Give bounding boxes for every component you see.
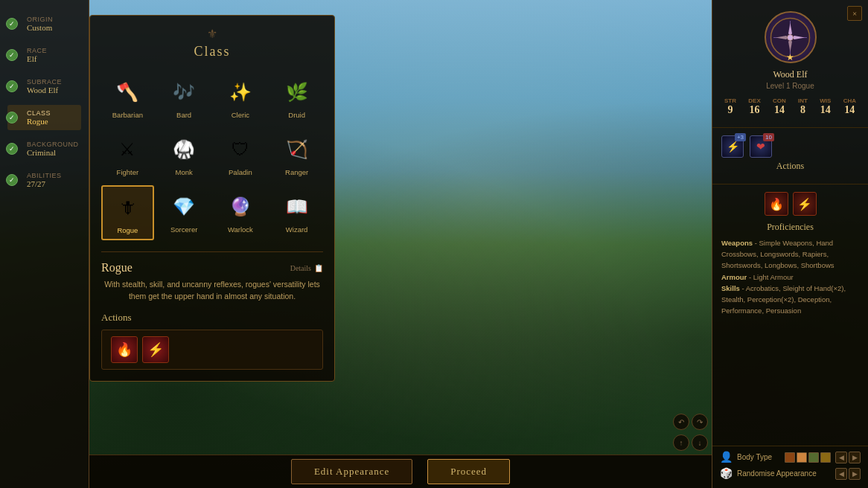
stat-str: STR 9 xyxy=(724,97,736,116)
stat-cha: CHA 14 xyxy=(843,97,856,116)
actions-section-title: Actions xyxy=(721,161,859,172)
sidebar-item-abilities[interactable]: ✓ Abilities 27/27 xyxy=(7,167,81,193)
details-link[interactable]: Details 📋 xyxy=(290,264,323,272)
camera-down-button[interactable]: ↓ xyxy=(692,434,708,451)
actions-badges-row: ⚡ +3 ❤ 10 xyxy=(721,135,859,158)
stat-wis: WIS 14 xyxy=(820,97,831,116)
stat-dex-value: 16 xyxy=(750,104,760,116)
stat-row: STR 9 DEX 16 CON 14 INT 8 WIS 14 CHA 14 xyxy=(721,97,859,116)
stat-dex-label: DEX xyxy=(748,97,760,104)
desc-title-row: Rogue Details 📋 xyxy=(101,261,323,274)
sidebar-value-abilities: 27/27 xyxy=(27,179,75,188)
right-bottom-controls: 👤 Body Type ◀ ▶ 🎲 Randomise Appearance ◀… xyxy=(712,446,868,488)
stat-int: INT 8 xyxy=(798,97,808,116)
sidebar-item-class[interactable]: ✓ Class Rogue xyxy=(7,105,81,130)
proficiency-icons-row: 🔥 ⚡ xyxy=(721,192,859,216)
randomise-next-button[interactable]: ▶ xyxy=(849,468,861,480)
sidebar-item-subrace[interactable]: ✓ Subrace Wood Elf xyxy=(7,74,81,99)
barbarian-label: Barbarian xyxy=(112,111,143,119)
class-item-paladin[interactable]: 🛡 Paladin xyxy=(214,128,267,182)
class-item-sorcerer[interactable]: 💎 Sorcerer xyxy=(158,185,211,240)
stat-dex: DEX 16 xyxy=(748,97,760,116)
action-badge-spell: ⚡ +3 xyxy=(721,135,744,158)
close-button[interactable]: × xyxy=(847,6,862,21)
edit-appearance-button[interactable]: Edit Appearance xyxy=(291,459,412,484)
class-item-ranger[interactable]: 🏹 Ranger xyxy=(270,128,323,182)
sidebar-item-race[interactable]: ✓ Race Elf xyxy=(7,42,81,68)
body-prev-button[interactable]: ◀ xyxy=(835,452,847,463)
check-icon-abilities: ✓ xyxy=(6,174,18,186)
stat-cha-label: CHA xyxy=(843,97,856,104)
selected-class-title: Rogue xyxy=(101,261,133,274)
class-item-wizard[interactable]: 📖 Wizard xyxy=(270,185,323,240)
class-item-cleric[interactable]: ✨ Cleric xyxy=(214,71,267,124)
weapons-label: Weapons xyxy=(721,239,753,247)
randomise-icon: 🎲 xyxy=(720,467,733,480)
fighter-icon: ⚔ xyxy=(111,133,144,166)
camera-rotate-left-button[interactable]: ↶ xyxy=(673,414,689,430)
actions-box: 🔥 ⚡ xyxy=(101,330,323,370)
skills-label: Skills xyxy=(721,284,740,292)
class-item-monk[interactable]: 🥋 Monk xyxy=(158,128,211,182)
wizard-icon: 📖 xyxy=(281,190,313,223)
prof-icon-2: ⚡ xyxy=(793,192,817,216)
skills-value: - Acrobatics, Sleight of Hand(×2), Steal… xyxy=(721,284,846,315)
randomise-prev-button[interactable]: ◀ xyxy=(835,468,847,480)
class-grid: 🪓 Barbarian 🎶 Bard ✨ Cleric 🌿 Druid ⚔ Fi… xyxy=(101,71,323,240)
character-portrait: ★ xyxy=(765,11,817,63)
paladin-label: Paladin xyxy=(229,168,252,176)
class-item-fighter[interactable]: ⚔ Fighter xyxy=(101,128,154,182)
class-item-rogue[interactable]: 🗡 Rogue xyxy=(101,185,154,240)
color-box-1[interactable] xyxy=(785,452,795,463)
class-item-warlock[interactable]: 🔮 Warlock xyxy=(214,185,267,240)
color-box-4[interactable] xyxy=(820,452,831,463)
stat-con-value: 14 xyxy=(774,104,785,116)
details-icon: 📋 xyxy=(314,264,323,272)
health-icon: ❤ 10 xyxy=(750,135,772,158)
character-summary: ★ Wood Elf Level 1 Rogue STR 9 DEX 16 CO… xyxy=(712,0,868,128)
sidebar-label-race: Race xyxy=(27,47,75,54)
action-icon-2: ⚡ xyxy=(142,336,169,363)
spell-count: +3 xyxy=(735,133,746,141)
body-next-button[interactable]: ▶ xyxy=(849,452,861,463)
proceed-button[interactable]: Proceed xyxy=(427,459,510,484)
color-box-2[interactable] xyxy=(797,452,807,463)
armour-value: - Light Armour xyxy=(747,273,793,281)
class-panel-title: Class xyxy=(101,44,323,60)
sidebar-value-subrace: Wood Elf xyxy=(27,86,75,94)
sidebar-value-origin: Custom xyxy=(27,23,75,32)
sidebar-item-background[interactable]: ✓ Background Criminal xyxy=(7,136,81,161)
svg-point-7 xyxy=(788,34,794,40)
actions-section-label: Actions xyxy=(101,312,323,324)
stat-int-value: 8 xyxy=(800,104,805,116)
body-type-icon: 👤 xyxy=(720,451,733,463)
ranger-label: Ranger xyxy=(285,168,308,176)
druid-icon: 🌿 xyxy=(281,76,313,109)
monk-label: Monk xyxy=(176,168,193,176)
body-type-row: 👤 Body Type ◀ ▶ xyxy=(720,451,861,463)
camera-rotate-right-button[interactable]: ↷ xyxy=(692,414,708,430)
class-item-bard[interactable]: 🎶 Bard xyxy=(158,71,211,124)
camera-up-button[interactable]: ↑ xyxy=(673,434,689,451)
fighter-label: Fighter xyxy=(117,168,139,176)
bard-label: Bard xyxy=(176,111,191,119)
class-item-druid[interactable]: 🌿 Druid xyxy=(270,71,323,124)
prof-icon-1: 🔥 xyxy=(765,192,788,216)
sidebar: ✓ Origin Custom ✓ Race Elf ✓ Subrace Woo… xyxy=(0,0,89,488)
sidebar-item-origin[interactable]: ✓ Origin Custom xyxy=(7,11,81,36)
stat-cha-value: 14 xyxy=(844,104,855,116)
sidebar-label-class: Class xyxy=(27,109,75,117)
rogue-icon: 🗡 xyxy=(111,191,144,224)
sidebar-label-origin: Origin xyxy=(27,16,75,23)
class-panel: ⚜ Class 🪓 Barbarian 🎶 Bard ✨ Cleric 🌿 Dr… xyxy=(89,15,335,382)
sidebar-value-background: Criminal xyxy=(27,148,75,157)
spell-icon: ⚡ +3 xyxy=(721,135,744,158)
character-name: Wood Elf xyxy=(721,69,859,80)
class-item-barbarian[interactable]: 🪓 Barbarian xyxy=(101,71,154,124)
randomise-nav: ◀ ▶ xyxy=(835,468,861,480)
sidebar-value-class: Rogue xyxy=(27,117,75,126)
color-box-3[interactable] xyxy=(808,452,819,463)
class-description: Rogue Details 📋 With stealth, skill, and… xyxy=(101,251,323,370)
bottom-bar: Edit Appearance Proceed xyxy=(89,455,712,488)
action-badge-health: ❤ 10 xyxy=(750,135,772,158)
